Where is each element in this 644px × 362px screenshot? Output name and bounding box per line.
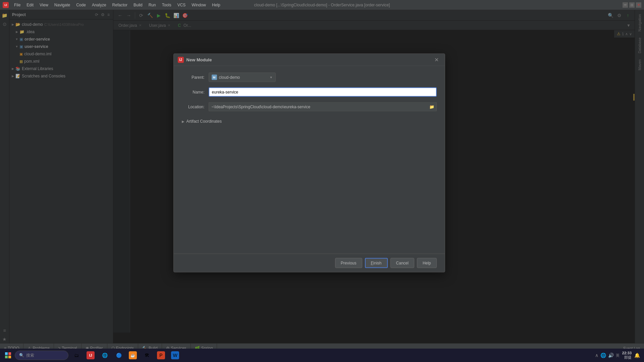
browser-icon: 🌐	[101, 351, 109, 359]
menu-window[interactable]: Window	[189, 1, 209, 9]
artifact-expand-icon: ▶	[182, 119, 184, 123]
dialog-title-bar: IJ New Module ✕	[174, 54, 445, 66]
menu-help[interactable]: Help	[209, 1, 223, 9]
menu-build[interactable]: Build	[131, 1, 145, 9]
new-module-dialog: IJ New Module ✕ Parent: M cloud-demo ▼ N…	[173, 54, 445, 273]
dialog-body: Parent: M cloud-demo ▼ Name: Location:	[174, 66, 445, 254]
title-bar: IJ File Edit View Navigate Code Analyze …	[0, 0, 644, 10]
clock[interactable]: 22:33 部提	[622, 351, 632, 360]
name-row: Name:	[182, 87, 437, 97]
menu-tools[interactable]: Tools	[159, 1, 174, 9]
artifact-label: Artifact Coordinates	[186, 119, 222, 124]
finish-label: Finish	[371, 261, 382, 265]
taskbar-right: ∧ 🌐 🔊 英 22:33 部提 🔔	[595, 351, 643, 360]
taskbar-app-browser2[interactable]: 🔵	[112, 349, 125, 362]
parent-row: Parent: M cloud-demo ▼	[182, 73, 437, 82]
taskbar-app-intellij[interactable]: IJ	[84, 349, 97, 362]
taskbar-search[interactable]: 🔍 搜索	[15, 351, 68, 360]
previous-button[interactable]: Previous	[335, 258, 362, 268]
taskbar-apps: 🗂 IJ 🌐 🔵 ☕ 🛠 P W	[70, 349, 182, 362]
location-browse-button[interactable]: 📁	[427, 102, 437, 112]
dialog-close-button[interactable]: ✕	[432, 56, 441, 64]
word-icon: W	[171, 351, 179, 359]
cancel-button[interactable]: Cancel	[390, 258, 414, 268]
parent-label: Parent:	[182, 75, 209, 80]
menu-file[interactable]: File	[11, 1, 23, 9]
taskbar: 🔍 搜索 🗂 IJ 🌐 🔵 ☕ 🛠 P W ∧ 🌐 �	[0, 349, 644, 362]
tray-arrow-icon[interactable]: ∧	[595, 353, 598, 358]
taskbar-app-tools[interactable]: 🛠	[140, 349, 154, 362]
taskbar-app-word[interactable]: W	[168, 349, 182, 362]
dialog-footer: Previous Finish Cancel Help	[174, 254, 445, 272]
parent-dropdown[interactable]: M cloud-demo ▼	[209, 73, 276, 82]
tools-icon: 🛠	[143, 351, 151, 359]
name-control	[209, 87, 437, 97]
name-input[interactable]	[209, 87, 437, 97]
intellij-icon: IJ	[87, 351, 95, 359]
windows-logo-icon	[5, 352, 11, 358]
taskbar-app-browser1[interactable]: 🌐	[98, 349, 111, 362]
explorer-icon: 🗂	[72, 351, 80, 359]
maximize-button[interactable]: □	[629, 2, 635, 8]
finish-button[interactable]: Finish	[365, 258, 388, 268]
menu-navigate[interactable]: Navigate	[52, 1, 73, 9]
notification-icon[interactable]: 🔔	[634, 353, 640, 358]
minimize-button[interactable]: ─	[623, 2, 628, 8]
dialog-logo-icon: IJ	[178, 57, 184, 63]
artifact-row[interactable]: ▶ Artifact Coordinates	[182, 117, 437, 126]
browse-folder-icon: 📁	[429, 105, 434, 109]
taskbar-app-java[interactable]: ☕	[126, 349, 140, 362]
parent-dropdown-arrow: ▼	[270, 76, 273, 79]
dialog-title: New Module	[186, 57, 432, 62]
parent-value: cloud-demo	[219, 75, 268, 80]
menu-view[interactable]: View	[37, 1, 51, 9]
sys-tray: ∧ 🌐 🔊 英	[595, 353, 620, 358]
close-button[interactable]: ✕	[636, 2, 641, 8]
location-control: 📁	[209, 102, 437, 112]
taskbar-app-explorer[interactable]: 🗂	[70, 349, 83, 362]
menu-code[interactable]: Code	[73, 1, 89, 9]
window-title: cloud-demo [...\SpringCloud\cloud-demo] …	[254, 3, 390, 7]
location-input[interactable]	[209, 102, 427, 112]
ppt-icon: P	[157, 351, 165, 359]
tray-network-icon[interactable]: 🌐	[600, 353, 606, 358]
parent-control: M cloud-demo ▼	[209, 73, 437, 82]
time: 22:33	[622, 351, 632, 355]
location-input-group: 📁	[209, 102, 437, 112]
app-logo: IJ	[3, 2, 9, 8]
taskbar-app-ppt[interactable]: P	[154, 349, 168, 362]
start-button[interactable]	[1, 349, 15, 362]
parent-module-icon: M	[212, 75, 217, 80]
search-placeholder: 搜索	[26, 353, 34, 358]
menu-run[interactable]: Run	[146, 1, 159, 9]
menu-analyze[interactable]: Analyze	[89, 1, 109, 9]
menu-vcs[interactable]: VCS	[175, 1, 189, 9]
location-label: Location:	[182, 105, 209, 109]
help-button[interactable]: Help	[417, 258, 437, 268]
search-icon: 🔍	[19, 353, 24, 358]
chrome-icon: 🔵	[115, 351, 123, 359]
date: 部提	[622, 355, 632, 360]
window-controls: ─ □ ✕	[623, 2, 641, 8]
java-icon: ☕	[129, 351, 137, 359]
menu-edit[interactable]: Edit	[24, 1, 36, 9]
menu-refactor[interactable]: Refactor	[110, 1, 130, 9]
tray-lang-icon[interactable]: 英	[616, 353, 620, 358]
location-row: Location: 📁	[182, 102, 437, 112]
tray-volume-icon[interactable]: 🔊	[608, 353, 614, 358]
name-label: Name:	[182, 90, 209, 95]
